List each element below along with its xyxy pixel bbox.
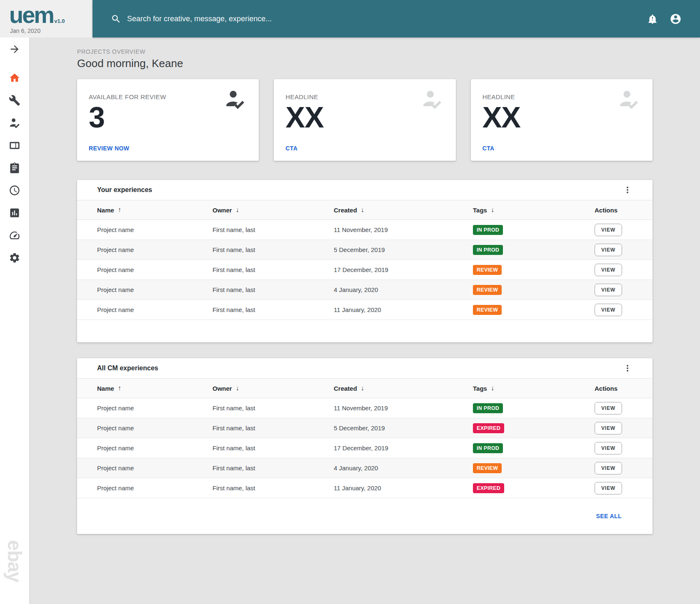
notification-bell-icon[interactable] (647, 13, 658, 24)
table-row: Project name First name, last 4 January,… (77, 458, 652, 478)
person-check-icon (617, 88, 641, 110)
view-button[interactable]: VIEW (595, 264, 622, 276)
view-button[interactable]: VIEW (595, 224, 622, 236)
sort-arrow-icon: ↓ (361, 206, 364, 214)
column-header[interactable]: Tags ↓ (473, 384, 595, 392)
view-button[interactable]: VIEW (595, 402, 622, 414)
column-header[interactable]: Owner ↓ (212, 206, 334, 214)
clipboard-icon[interactable] (9, 162, 20, 174)
uem-logo: uem (9, 3, 53, 27)
stat-card: HEADLINE XX CTA (471, 79, 652, 161)
table-card: All CM experiences Name ↑ Owner ↓ Create… (77, 358, 652, 534)
created-date-cell: 4 January, 2020 (334, 286, 473, 293)
stat-card-cta-link[interactable]: REVIEW NOW (89, 145, 129, 152)
owner-cell: First name, last (212, 464, 334, 472)
clock-icon[interactable] (9, 185, 20, 196)
project-name-cell: Project name (97, 464, 212, 472)
created-date-cell: 11 January, 2020 (334, 306, 473, 313)
stat-card-cta-link[interactable]: CTA (482, 145, 495, 152)
stat-card: AVAILABLE FOR REVIEW 3 REVIEW NOW (77, 79, 259, 161)
created-date-cell: 17 December, 2019 (334, 266, 473, 273)
owner-cell: First name, last (212, 306, 334, 313)
person-check-icon (223, 88, 247, 110)
created-date-cell: 5 December, 2019 (334, 246, 473, 253)
project-name-cell: Project name (97, 404, 212, 412)
project-name-cell: Project name (97, 444, 212, 452)
search-input[interactable] (127, 15, 639, 23)
kebab-menu-icon[interactable] (622, 363, 632, 373)
view-button[interactable]: VIEW (595, 422, 622, 434)
status-badge: IN PROD (473, 443, 503, 453)
table-row: Project name First name, last 11 January… (77, 478, 652, 498)
table-row: Project name First name, last 11 Novembe… (77, 220, 652, 240)
project-name-cell: Project name (97, 266, 212, 273)
project-name-cell: Project name (97, 424, 212, 432)
table-header-row: Name ↑ Owner ↓ Created ↓ Tags ↓ Actions (77, 378, 652, 398)
column-header: Actions (595, 385, 652, 392)
bar-chart-icon[interactable] (9, 207, 20, 219)
view-button[interactable]: VIEW (595, 284, 622, 296)
table-row: Project name First name, last 11 January… (77, 300, 652, 320)
sort-arrow-icon: ↓ (491, 384, 494, 392)
created-date-cell: 4 January, 2020 (334, 464, 473, 472)
created-date-cell: 11 January, 2020 (334, 484, 473, 492)
view-button[interactable]: VIEW (595, 442, 622, 454)
breadcrumb: PROJECTS OVERVIEW (77, 48, 652, 55)
kebab-menu-icon[interactable] (622, 185, 632, 195)
sort-arrow-icon: ↑ (118, 384, 121, 392)
table-footer: SEE ALL (77, 498, 652, 534)
stat-card-cta-link[interactable]: CTA (285, 145, 298, 152)
experience-tables: Your experiences Name ↑ Owner ↓ Created … (77, 180, 652, 534)
view-button[interactable]: VIEW (595, 482, 622, 494)
main-content: PROJECTS OVERVIEW Good morning, Keane AV… (77, 37, 652, 534)
speedometer-icon[interactable] (9, 230, 20, 241)
column-header[interactable]: Name ↑ (97, 384, 212, 392)
column-header[interactable]: Name ↑ (97, 206, 212, 214)
sort-arrow-icon: ↓ (236, 206, 239, 214)
table-row: Project name First name, last 4 January,… (77, 280, 652, 300)
view-button[interactable]: VIEW (595, 462, 622, 474)
project-name-cell: Project name (97, 226, 212, 233)
table-row: Project name First name, last 17 Decembe… (77, 438, 652, 458)
status-badge: REVIEW (473, 463, 502, 473)
column-header[interactable]: Tags ↓ (473, 206, 595, 214)
table-header-row: Name ↑ Owner ↓ Created ↓ Tags ↓ Actions (77, 200, 652, 220)
ebay-watermark: ebay (0, 534, 29, 588)
sort-arrow-icon: ↓ (491, 206, 494, 214)
table-row: Project name First name, last 5 December… (77, 240, 652, 260)
arrow-forward-icon[interactable] (9, 43, 20, 55)
gear-icon[interactable] (9, 252, 20, 264)
column-header[interactable]: Created ↓ (334, 384, 473, 392)
app-version: v1.0 (54, 18, 65, 24)
sort-arrow-icon: ↓ (236, 384, 239, 392)
table-row: Project name First name, last 5 December… (77, 418, 652, 438)
table-footer (77, 320, 652, 342)
owner-cell: First name, last (212, 286, 334, 293)
owner-cell: First name, last (212, 404, 334, 412)
created-date-cell: 17 December, 2019 (334, 444, 473, 452)
panel-layout-icon[interactable] (9, 140, 20, 151)
see-all-link[interactable]: SEE ALL (596, 513, 622, 519)
account-circle-icon[interactable] (670, 13, 682, 25)
owner-cell: First name, last (212, 266, 334, 273)
wrench-icon[interactable] (9, 95, 20, 106)
view-button[interactable]: VIEW (595, 244, 622, 256)
home-icon[interactable] (9, 72, 20, 84)
owner-cell: First name, last (212, 484, 334, 492)
created-date-cell: 11 November, 2019 (334, 226, 473, 233)
project-name-cell: Project name (97, 306, 212, 313)
column-header[interactable]: Created ↓ (334, 206, 473, 214)
page-title: Good morning, Keane (77, 57, 652, 70)
table-title: Your experiences (97, 186, 152, 194)
project-name-cell: Project name (97, 286, 212, 293)
sort-arrow-icon: ↑ (118, 206, 121, 214)
status-badge: IN PROD (473, 403, 503, 413)
person-check-icon[interactable] (9, 117, 20, 129)
table-card: Your experiences Name ↑ Owner ↓ Created … (77, 180, 652, 342)
status-badge: REVIEW (473, 285, 502, 295)
brand-logo-box: uem v1.0 Jan 6, 2020 (0, 0, 92, 37)
status-badge: REVIEW (473, 265, 502, 275)
column-header[interactable]: Owner ↓ (212, 384, 334, 392)
created-date-cell: 5 December, 2019 (334, 424, 473, 432)
view-button[interactable]: VIEW (595, 304, 622, 316)
